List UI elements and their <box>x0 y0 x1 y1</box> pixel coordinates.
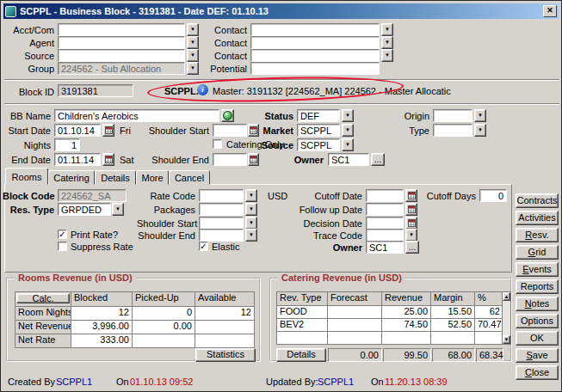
rate-code-field[interactable] <box>199 189 244 202</box>
resv-button[interactable]: Resv. <box>516 228 559 242</box>
options-button[interactable]: Options <box>516 314 559 328</box>
calendar-icon <box>408 192 416 199</box>
scroll-down-icon[interactable]: ▼ <box>503 335 510 344</box>
rooms-owner-field[interactable] <box>366 241 404 254</box>
details-button[interactable]: Details <box>276 348 326 362</box>
cell-rev-type[interactable]: FOOD <box>277 306 327 318</box>
updated-by-label: Updated By: <box>266 377 318 388</box>
shoulder-start-calendar-button[interactable] <box>248 124 259 137</box>
shoulder-end-field[interactable] <box>213 153 247 166</box>
suppress-rate-checkbox[interactable] <box>58 242 67 251</box>
owner-browse-button[interactable] <box>371 153 385 166</box>
rooms-revenue-title: Rooms Revenue (in USD) <box>15 273 136 284</box>
end-date-field[interactable] <box>54 153 101 166</box>
res-type-dropdown-button[interactable] <box>112 203 124 216</box>
start-date-field[interactable] <box>54 124 101 137</box>
type-dropdown-button[interactable] <box>474 124 486 137</box>
contact1-lookup-button[interactable] <box>381 23 393 36</box>
shoulder-end-rate-field[interactable] <box>199 229 244 242</box>
shoulder-start-rate-dropdown-button[interactable] <box>245 217 257 230</box>
print-rate-checkbox[interactable] <box>58 230 67 239</box>
market-dropdown-button[interactable] <box>342 124 354 137</box>
owner-field[interactable] <box>328 153 369 166</box>
scroll-up-icon[interactable]: ▲ <box>503 292 510 301</box>
decision-date-field[interactable] <box>366 217 404 230</box>
source-market-field[interactable] <box>297 138 340 151</box>
shoulder-end-calendar-button[interactable] <box>248 153 259 166</box>
shoulder-end-rate-dropdown-button[interactable] <box>245 229 257 242</box>
calc-button[interactable]: Calc. <box>16 293 70 303</box>
globe-icon <box>223 111 232 120</box>
status-label: Status <box>256 111 293 122</box>
scppl-property-label: SCPPL. <box>164 86 199 97</box>
translate-globe-button[interactable] <box>221 109 234 122</box>
catering-table-scrollbar[interactable]: ▲ ▼ <box>502 291 511 345</box>
source-field[interactable] <box>58 49 185 62</box>
tab-more[interactable]: More <box>136 170 169 185</box>
contact2-field[interactable] <box>250 36 380 49</box>
type-field[interactable] <box>433 124 472 137</box>
source-dropdown-button[interactable] <box>342 138 354 151</box>
acct-com-lookup-button[interactable] <box>187 23 199 36</box>
end-date-calendar-button[interactable] <box>102 153 114 166</box>
trace-code-field[interactable] <box>366 229 404 242</box>
packages-field[interactable] <box>199 203 244 216</box>
info-icon: i <box>197 84 208 95</box>
tab-rooms[interactable]: Rooms <box>5 168 48 185</box>
start-date-calendar-button[interactable] <box>102 124 114 137</box>
agent-field[interactable] <box>58 36 185 49</box>
shoulder-start-rate-field[interactable] <box>199 217 244 230</box>
contact3-lookup-button[interactable] <box>381 49 393 62</box>
rooms-revenue-groupbox: Rooms Revenue (in USD) Calc. Blocked Pic… <box>6 278 261 362</box>
contact2-lookup-button[interactable] <box>381 36 393 49</box>
group-lookup-button[interactable] <box>187 62 199 75</box>
elastic-checkbox[interactable] <box>199 242 208 251</box>
tab-cancel[interactable]: Cancel <box>169 170 210 185</box>
origin-dropdown-button[interactable] <box>474 109 486 122</box>
decision-date-calendar-button[interactable] <box>405 217 417 230</box>
scrollbar-track[interactable] <box>503 301 510 335</box>
notes-button[interactable]: Notes <box>516 297 559 311</box>
catering-only-checkbox[interactable] <box>213 139 222 149</box>
statistics-button[interactable]: Statistics <box>195 348 256 362</box>
origin-field[interactable] <box>433 109 472 122</box>
grid-button[interactable]: Grid <box>516 245 559 260</box>
status-field[interactable] <box>297 109 340 122</box>
close-button[interactable]: Close <box>516 365 559 380</box>
acct-com-field[interactable] <box>58 23 185 36</box>
follow-up-calendar-button[interactable] <box>405 203 417 216</box>
ok-button[interactable]: OK <box>516 331 559 346</box>
status-dropdown-button[interactable] <box>342 109 354 122</box>
cell-rev-type[interactable]: BEV2 <box>277 319 327 331</box>
cutoff-date-field[interactable] <box>366 189 404 202</box>
market-field[interactable] <box>297 124 340 137</box>
trace-code-dropdown-button[interactable] <box>405 229 417 242</box>
close-icon[interactable]: ✕ <box>543 5 557 17</box>
shoulder-start-field[interactable] <box>213 124 247 137</box>
cell-revenue: 74.50 <box>382 319 430 331</box>
packages-dropdown-button[interactable] <box>245 203 257 216</box>
potential-field[interactable] <box>250 62 380 75</box>
market-label: Market <box>259 126 293 137</box>
events-button[interactable]: Events <box>516 262 559 277</box>
block-id-label: Block ID <box>3 87 54 98</box>
tab-details[interactable]: Details <box>95 170 136 185</box>
nights-field[interactable] <box>54 138 80 151</box>
source-lookup-button[interactable] <box>187 49 199 62</box>
cutoff-days-field[interactable] <box>479 189 507 202</box>
res-type-field[interactable] <box>58 203 111 216</box>
rate-code-dropdown-button[interactable] <box>245 189 257 202</box>
activities-button[interactable]: Activities <box>516 211 559 225</box>
contact1-field[interactable] <box>250 23 380 36</box>
cell-pct: 70.47 <box>475 319 503 331</box>
bb-name-field[interactable] <box>54 109 219 122</box>
agent-lookup-button[interactable] <box>187 36 199 49</box>
follow-up-date-field[interactable] <box>366 203 404 216</box>
contact3-field[interactable] <box>250 49 380 62</box>
tab-catering[interactable]: Catering <box>48 170 95 185</box>
contracts-button[interactable]: Contracts <box>516 193 559 208</box>
cutoff-date-calendar-button[interactable] <box>405 189 417 202</box>
reports-button[interactable]: Reports <box>516 279 559 294</box>
rooms-owner-browse-button[interactable] <box>405 241 419 254</box>
save-button[interactable]: Save <box>516 348 559 363</box>
